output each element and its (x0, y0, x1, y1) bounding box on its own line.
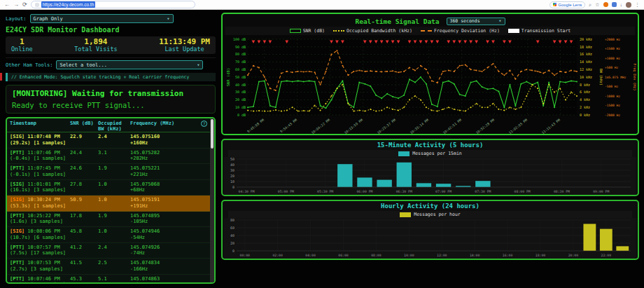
stat-total-visits: 1,894 Total Visits (74, 38, 117, 53)
table-cell: 45.3 (70, 276, 98, 283)
svg-text:08:00 PM: 08:00 PM (514, 190, 531, 193)
table-cell: 22.9 (70, 134, 98, 146)
layout-row: Layout: Graph Only ▾ (6, 14, 216, 23)
online-label: Online (11, 46, 33, 53)
back-icon[interactable]: ← (4, 2, 10, 8)
url-text[interactable]: https://e24cy.decom.co.th (41, 1, 96, 8)
profile-avatar[interactable] (626, 2, 631, 8)
table-cell: 145.075068+68Hz (130, 181, 210, 194)
svg-text:12:00: 12:00 (437, 254, 447, 257)
legend-swatch (421, 30, 432, 32)
table-row[interactable]: [PTT] 11:07:45 PM (-0.1s) [1 samples]24.… (7, 164, 210, 180)
table-row[interactable]: [PTT] 10:07:53 PM (2.7s) [3 samples]41.5… (7, 259, 210, 275)
edge-marker (0, 73, 2, 81)
help-icon[interactable]: ? (201, 121, 207, 127)
forward-icon[interactable]: → (13, 2, 19, 8)
table-scrollbar[interactable] (210, 118, 214, 282)
svg-text:20 dB: 20 dB (235, 97, 246, 102)
layout-select-value: Graph Only (34, 16, 63, 22)
search-icon[interactable]: ⌕ (589, 2, 592, 7)
table-row[interactable]: [PTT] 10:07:57 PM (7.5s) [17 samples]41.… (7, 243, 210, 259)
legend-item[interactable]: Occupied Bandwidth (kHz) (333, 28, 412, 34)
legend-label: Frequency Deviation (Hz) (434, 28, 500, 34)
svg-text:60 dB: 60 dB (235, 67, 246, 71)
table-cell: [PTT] 10:07:57 PM (7.5s) [17 samples] (10, 245, 70, 257)
table-row[interactable]: [PTT] 11:07:46 PM (-0.4s) [1 samples]24.… (7, 149, 210, 165)
table-cell: 145.075221+221Hz (130, 165, 210, 178)
signal-type-tag: [SIG] (10, 197, 24, 203)
svg-text:14:00: 14:00 (470, 254, 480, 257)
activity-15min-legend[interactable]: Messages per 15min (228, 150, 632, 157)
svg-text:0: 0 (232, 185, 234, 189)
svg-text:06:30 PM: 06:30 PM (396, 190, 412, 193)
extension-icon-blue[interactable] (612, 2, 617, 7)
svg-text:40: 40 (230, 163, 234, 167)
table-cell: 1.9 (98, 165, 130, 178)
signal-chart[interactable]: 100 dB90 dB80 dB70 dB60 dB50 dB40 dB30 d… (224, 35, 636, 135)
table-cell: [SIG] 11:01:01 PM (16.1s) [3 samples] (10, 181, 70, 194)
last-update-label: Last Update (159, 46, 210, 53)
scrollbar-thumb[interactable] (211, 119, 214, 149)
table-cell: 2.4 (98, 134, 130, 146)
table-cell: 3.1 (98, 150, 130, 163)
table-cell: 2.4 (98, 245, 130, 257)
hourly-activity-legend[interactable]: Messages per hour (228, 211, 632, 218)
realtime-signal-panel: Real-time Signal Data 360 seconds ▾ SNR … (221, 13, 639, 135)
svg-text:80 dB: 80 dB (235, 52, 246, 56)
legend-item[interactable]: Frequency Deviation (Hz) (421, 28, 500, 34)
menu-dots-icon[interactable]: ⋮ (635, 2, 640, 7)
svg-text:20 kHz: 20 kHz (580, 37, 592, 41)
table-row[interactable]: [SIG] 10:08:06 PM (10.7s) [6 samples]45.… (7, 227, 210, 243)
svg-text:50 dB: 50 dB (235, 75, 246, 79)
chevron-down-icon: ▾ (167, 16, 169, 22)
table-cell: 24.4 (70, 150, 98, 163)
svg-text:0: 0 (232, 249, 234, 253)
hourly-chart[interactable]: 02040608000:0002:0004:0006:0008:0010:001… (224, 218, 636, 259)
svg-text:16:00: 16:00 (503, 254, 513, 257)
svg-text:100 dB: 100 dB (233, 37, 246, 41)
table-row[interactable]: [PTT] 10:07:46 PM (5.6s) [11 samples]45.… (7, 275, 210, 283)
svg-text:+1500 Hz: +1500 Hz (605, 47, 620, 50)
svg-text:09:00 PM: 09:00 PM (593, 190, 609, 193)
svg-text:145.075 MHz: 145.075 MHz (605, 76, 626, 79)
svg-text:80: 80 (230, 218, 234, 222)
legend-item[interactable]: SNR (dB) (290, 28, 325, 34)
table-cell: 1.0 (98, 181, 130, 194)
table-cell: 1.0 (98, 228, 130, 241)
svg-text:05:00 PM: 05:00 PM (278, 190, 294, 193)
col-timestamp: Timestamp (10, 121, 70, 130)
table-cell: 145.075191+191Hz (130, 197, 210, 210)
table-cell: 145.074895-105Hz (130, 213, 210, 226)
toolbar-actions: Google Lens ⌕ ☆ ↓ ⋮ (550, 1, 640, 8)
layout-select[interactable]: Graph Only ▾ (30, 14, 174, 23)
svg-text:60: 60 (230, 226, 234, 230)
extension-icon-orange[interactable] (603, 2, 608, 7)
tools-select[interactable]: Select a tool... ▾ (56, 60, 203, 69)
chevron-down-icon: ▾ (498, 18, 501, 24)
address-bar[interactable]: https://e24cy.decom.co.th (31, 1, 195, 8)
table-cell: [SIG] 10:30:24 PM (53.3s) [1 samples] (10, 197, 70, 210)
table-cell: [PTT] 11:07:46 PM (-0.4s) [1 samples] (10, 150, 70, 163)
svg-text:40: 40 (230, 233, 234, 238)
table-cell: 145.074946-54Hz (130, 228, 210, 241)
table-row[interactable]: [PTT] 10:25:22 PM (1.6s) [3 samples]17.8… (7, 212, 210, 228)
reload-icon[interactable]: ⟳ (22, 2, 27, 8)
activity-15min-chart[interactable]: 0102030405004:30 PM05:00 PM05:30 PM06:00… (224, 157, 636, 195)
activity-15min-panel: 15-Minute Activity (5 hours) Messages pe… (221, 139, 639, 196)
table-row[interactable]: [SIG] 11:01:01 PM (16.1s) [3 samples]27.… (7, 180, 210, 196)
legend-label: SNR (dB) (303, 28, 325, 34)
time-range-select[interactable]: 360 seconds ▾ (447, 18, 505, 25)
svg-text:06:00 PM: 06:00 PM (356, 190, 372, 193)
table-cell: [PTT] 11:07:45 PM (-0.1s) [1 samples] (10, 165, 70, 178)
legend-item[interactable]: Transmission Start (508, 28, 570, 34)
table-row[interactable]: [SIG] 10:30:24 PM (53.3s) [1 samples]50.… (7, 196, 210, 212)
downloads-icon[interactable]: ↓ (620, 2, 623, 7)
table-row[interactable]: [SIG] 11:07:48 PM (29.2s) [1 samples]22.… (7, 132, 210, 149)
table-cell: 45.8 (70, 228, 98, 241)
table-cell: [PTT] 10:07:53 PM (2.7s) [3 samples] (10, 260, 70, 273)
bookmark-star-icon[interactable]: ☆ (595, 2, 599, 7)
signal-table-body: [SIG] 11:07:48 PM (29.2s) [1 samples]22.… (7, 132, 210, 282)
svg-text:18 kHz: 18 kHz (580, 45, 592, 49)
google-lens-button[interactable]: Google Lens (550, 1, 585, 8)
site-info-icon[interactable] (35, 3, 39, 7)
